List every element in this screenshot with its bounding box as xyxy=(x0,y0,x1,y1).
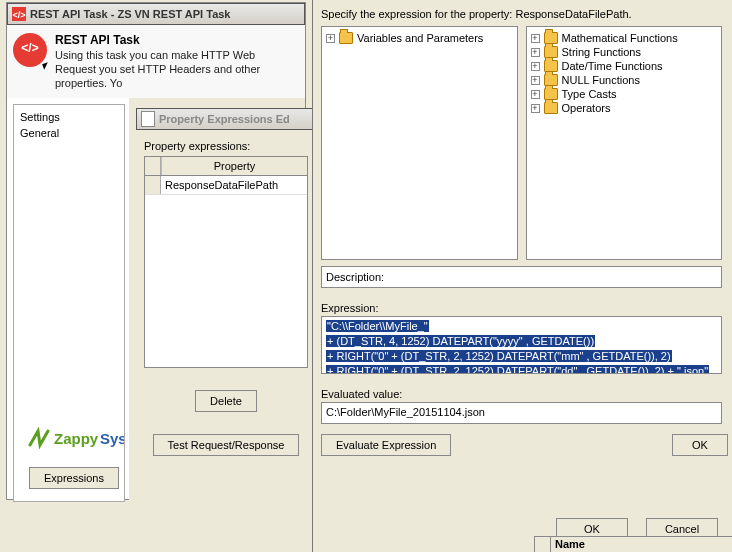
folder-icon xyxy=(544,102,558,114)
variables-tree[interactable]: + Variables and Parameters xyxy=(321,26,518,260)
window-icon xyxy=(141,112,155,126)
expand-icon[interactable]: + xyxy=(531,76,540,85)
task-header: REST API Task Using this task you can ma… xyxy=(7,25,305,98)
tree-item-datetime[interactable]: +Date/Time Functions xyxy=(529,59,720,73)
functions-tree[interactable]: +Mathematical Functions +String Function… xyxy=(526,26,723,260)
evaluated-value-box: C:\Folder\MyFile_20151104.json xyxy=(321,402,722,424)
tree-label: Operators xyxy=(562,102,611,114)
column-header-property[interactable]: Property xyxy=(161,157,307,175)
tree-item-null[interactable]: +NULL Functions xyxy=(529,73,720,87)
property-cell[interactable]: ResponseDataFilePath xyxy=(161,176,307,194)
expand-icon[interactable]: + xyxy=(531,62,540,71)
expression-line: "C:\\Folder\\MyFile_" xyxy=(326,320,429,332)
expand-icon[interactable]: + xyxy=(531,34,540,43)
property-expressions-title: Property Expressions Ed xyxy=(159,113,290,125)
nav-item-settings[interactable]: Settings xyxy=(18,109,120,125)
tree-label: String Functions xyxy=(562,46,641,58)
window-title: REST API Task - ZS VN REST API Task xyxy=(30,8,231,20)
tree-label: NULL Functions xyxy=(562,74,640,86)
zappysys-logo: Zappy Sys xyxy=(18,421,120,451)
property-expressions-label: Property expressions: xyxy=(144,140,308,152)
tree-label: Mathematical Functions xyxy=(562,32,678,44)
evaluated-label: Evaluated value: xyxy=(321,388,722,400)
expression-textarea[interactable]: "C:\\Folder\\MyFile_" + (DT_STR, 4, 1252… xyxy=(321,316,722,374)
description-box: Description: xyxy=(321,266,722,288)
property-expressions-titlebar[interactable]: Property Expressions Ed xyxy=(136,108,316,130)
expand-icon[interactable]: + xyxy=(326,34,335,43)
table-row[interactable]: ResponseDataFilePath xyxy=(145,176,307,195)
property-expressions-window: Property Expressions Ed Property express… xyxy=(136,108,316,500)
logo-text-a: Zappy xyxy=(54,430,99,447)
expressions-button[interactable]: Expressions xyxy=(29,467,119,489)
expression-line: + RIGHT("0" + (DT_STR, 2, 1252) DATEPART… xyxy=(326,365,709,374)
evaluated-value: C:\Folder\MyFile_20151104.json xyxy=(326,406,485,418)
tree-label: Date/Time Functions xyxy=(562,60,663,72)
expand-icon[interactable]: + xyxy=(531,48,540,57)
rest-api-icon xyxy=(13,33,47,67)
expand-icon[interactable]: + xyxy=(531,104,540,113)
column-header-name[interactable]: Name xyxy=(551,537,732,552)
nav-panel: Settings General Zappy Sys xyxy=(13,104,125,502)
tree-label: Variables and Parameters xyxy=(357,32,483,44)
task-description: Using this task you can make HTTP Web Re… xyxy=(55,49,299,90)
instruction-text: Specify the expression for the property:… xyxy=(321,8,722,20)
ok-button[interactable]: OK xyxy=(672,434,728,456)
delete-button[interactable]: Delete xyxy=(195,390,257,412)
description-label: Description: xyxy=(326,271,384,283)
folder-icon xyxy=(339,32,353,44)
svg-text:</>: </> xyxy=(12,10,25,20)
evaluate-expression-button[interactable]: Evaluate Expression xyxy=(321,434,451,456)
test-request-response-button[interactable]: Test Request/Response xyxy=(153,434,300,456)
tree-item-operators[interactable]: +Operators xyxy=(529,101,720,115)
expand-icon[interactable]: + xyxy=(531,90,540,99)
tree-item-variables[interactable]: + Variables and Parameters xyxy=(324,31,515,45)
tree-item-string[interactable]: +String Functions xyxy=(529,45,720,59)
tree-item-math[interactable]: +Mathematical Functions xyxy=(529,31,720,45)
row-header-icon xyxy=(535,537,551,552)
logo-text-b: Sys xyxy=(100,430,124,447)
expression-line: + RIGHT("0" + (DT_STR, 2, 1252) DATEPART… xyxy=(326,350,672,362)
tree-label: Type Casts xyxy=(562,88,617,100)
expression-line: + (DT_STR, 4, 1252) DATEPART("yyyy" , GE… xyxy=(326,335,595,347)
tree-item-typecasts[interactable]: +Type Casts xyxy=(529,87,720,101)
expression-label: Expression: xyxy=(321,302,722,314)
property-grid[interactable]: Property ResponseDataFilePath xyxy=(144,156,308,368)
code-icon: </> xyxy=(12,7,26,21)
expression-builder-window: Specify the expression for the property:… xyxy=(312,0,732,552)
task-title: REST API Task xyxy=(55,33,299,47)
rest-api-task-titlebar[interactable]: </> REST API Task - ZS VN REST API Task xyxy=(7,3,305,25)
nav-item-general[interactable]: General xyxy=(18,125,120,141)
column-header-fragment: Name xyxy=(534,536,732,552)
